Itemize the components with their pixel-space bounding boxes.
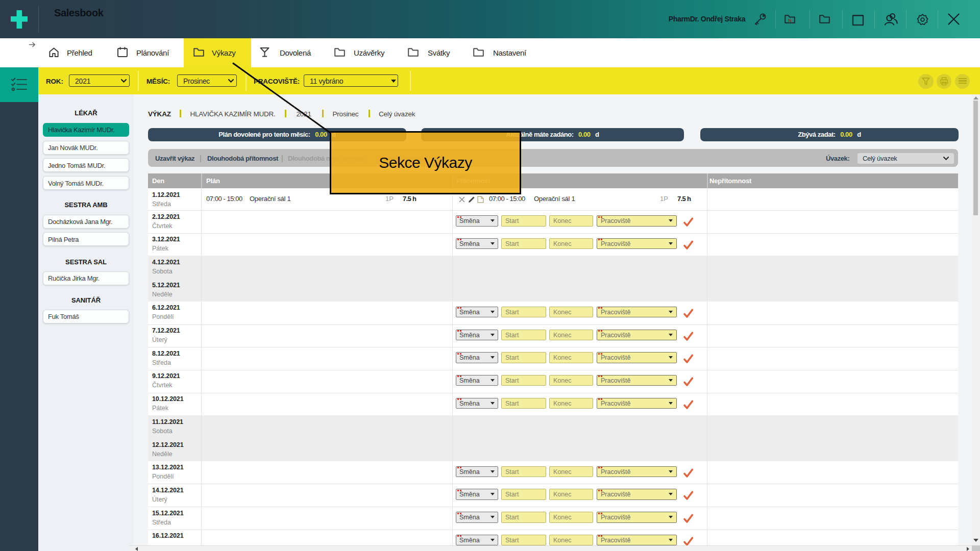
svg-text:N: N: [788, 18, 792, 23]
